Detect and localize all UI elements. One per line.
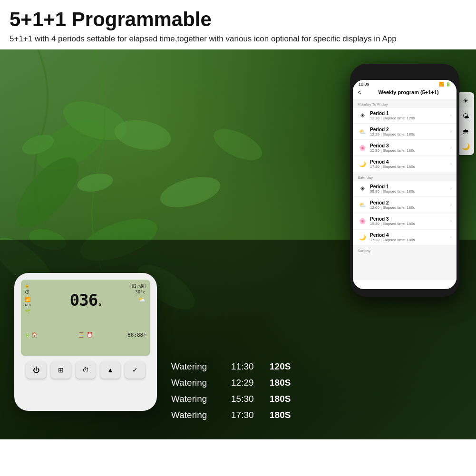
clock-icon: ⏰ (87, 332, 93, 338)
screen-bottom-left: 🔋 🏠 (25, 318, 65, 352)
timer-button[interactable]: ⏱ (76, 361, 96, 379)
period-arrow-4: › (450, 161, 452, 166)
phone-signal-icons: 📶 🔋 (439, 82, 451, 87)
watering-time-3: 15:30 (231, 394, 262, 404)
icon-strip-sun: ☀ (459, 94, 472, 107)
watering-label-3: Watering (171, 394, 223, 404)
watering-time-4: 17:30 (231, 410, 262, 420)
period-item[interactable]: ☀ Period 1 11:30 | Elapsed time: 120s › (353, 108, 457, 124)
icon-strip: ☀ 🌤 🌧 🌙 (457, 92, 474, 155)
svg-point-7 (209, 123, 267, 166)
display-unit-s: s (98, 301, 101, 307)
phone: 10:09 📶 🔋 < Weekly program (5+1+1) Monda… (350, 64, 459, 297)
screen-bottom-right: 88:88 h (107, 318, 146, 352)
watering-label-2: Watering (171, 378, 223, 388)
watering-info: Watering 11:30 120S Watering 12:29 180S … (171, 361, 304, 420)
sat-icon-2: ⛅ (358, 200, 367, 210)
svg-point-12 (76, 171, 114, 194)
home-icon: 🏠 (31, 332, 38, 338)
wifi-icon: 📶 (25, 297, 65, 302)
grid-button[interactable]: ⊞ (51, 361, 71, 379)
sat-period-3[interactable]: 🌸 Period 3 15:30 | Elapsed time: 180s › (353, 214, 457, 229)
ab-label: A+B (25, 303, 65, 307)
period-item-2[interactable]: ⛅ Period 2 12:29 | Elapsed time: 180s › (353, 124, 457, 140)
sat-period-2[interactable]: ⛅ Period 2 12:00 | Elapsed time: 180s › (353, 197, 457, 213)
humidity-display: 62 %RH (132, 284, 146, 289)
display-number: 036 (70, 291, 97, 310)
sat-arrow-1: › (450, 186, 452, 191)
screen-bottom-center: ⏳ ⏰ (66, 318, 106, 352)
page-title: 5+1+1 Programmable (10, 9, 466, 30)
period-item-3[interactable]: 🌸 Period 3 15:30 | Elapsed time: 180s › (353, 140, 457, 156)
plant-icon: 🌱 (25, 309, 65, 314)
period-text-3: Period 3 15:30 | Elapsed time: 180s (370, 143, 447, 153)
watering-duration-3: 180S (270, 394, 291, 404)
check-button[interactable]: ✓ (125, 361, 145, 379)
section-saturday: Saturday (353, 173, 457, 181)
watering-time-1: 11:30 (231, 361, 262, 372)
device-screen: 🔒 ⏱ 📶 A+B 🌱 036 s 62 %RH 30°c (21, 280, 150, 356)
sat-icon-4: 🌙 (358, 233, 367, 242)
sat-arrow-3: › (450, 218, 452, 223)
period-icon-4: 🌙 (358, 159, 367, 169)
period-text-4: Period 4 17:30 | Elapsed time: 180s (370, 159, 447, 169)
device-buttons: ⏻ ⊞ ⏱ ▲ ✓ (21, 356, 150, 380)
watering-label-1: Watering (171, 361, 223, 372)
watering-duration-2: 180S (270, 378, 291, 388)
watering-row-3: Watering 15:30 180S (171, 394, 304, 404)
sat-icon-1: ☀ (358, 184, 367, 194)
section-monday-friday: Monday To Friday (353, 99, 457, 107)
icon-strip-moon: 🌙 (459, 140, 472, 153)
time-unit: h (144, 333, 146, 337)
period-icon-2: ⛅ (358, 127, 367, 136)
top-section: 5+1+1 Programmable 5+1+1 with 4 periods … (0, 0, 476, 49)
period-arrow-3: › (450, 145, 452, 150)
watering-row-4: Watering 17:30 180S (171, 410, 304, 420)
period-item-4[interactable]: 🌙 Period 4 17:30 | Elapsed time: 180s › (353, 156, 457, 172)
phone-time: 10:09 (359, 82, 369, 87)
screen-center: 036 s (66, 283, 106, 317)
sat-icon-3: 🌸 (358, 216, 367, 226)
period-text-1: Period 1 11:30 | Elapsed time: 120s (370, 111, 447, 120)
power-button[interactable]: ⏻ (26, 361, 46, 379)
sat-period-1[interactable]: ☀ Period 1 09:30 | Elapsed time: 180s › (353, 181, 457, 197)
back-button[interactable]: < (358, 88, 361, 96)
page-subtitle: 5+1+1 with 4 periods settable for elapse… (10, 33, 466, 45)
phone-notch (386, 69, 424, 78)
device-container: 🔒 ⏱ 📶 A+B 🌱 036 s 62 %RH 30°c (14, 273, 166, 420)
watering-row-2: Watering 12:29 180S (171, 378, 304, 388)
icon-strip-rain: 🌧 (459, 125, 472, 138)
hourglass-icon: ⏳ (78, 332, 85, 338)
screen-top-left: 🔒 ⏱ 📶 A+B 🌱 (25, 283, 65, 317)
watering-time-2: 12:29 (231, 378, 262, 388)
period-icon-3: 🌸 (358, 143, 367, 153)
battery-icon: 🔋 (25, 332, 30, 337)
sat-arrow-2: › (450, 202, 452, 207)
watering-duration-4: 180S (270, 410, 291, 420)
icon-strip-partcloud: 🌤 (459, 109, 472, 123)
phone-content[interactable]: Monday To Friday ☀ Period 1 11:30 | Elap… (353, 99, 457, 280)
watering-label-4: Watering (171, 410, 223, 420)
watering-duration-1: 120S (270, 361, 291, 372)
phone-screen-title: Weekly program (5+1+1) (365, 89, 452, 95)
sat-period-4[interactable]: 🌙 Period 4 17:30 | Elapsed time: 180s › (353, 230, 457, 245)
period-arrow-2: › (450, 129, 452, 134)
period-icon-1: ☀ (358, 111, 367, 120)
timer-icon: ⏱ (25, 289, 65, 295)
lock-icon: 🔒 (25, 283, 65, 288)
sat-text-3: Period 3 15:30 | Elapsed time: 180s (370, 216, 447, 226)
period-arrow-1: › (450, 113, 452, 118)
phone-screen: 10:09 📶 🔋 < Weekly program (5+1+1) Monda… (353, 80, 457, 289)
svg-point-6 (157, 171, 223, 213)
phone-status-bar: 10:09 📶 🔋 (353, 80, 457, 87)
section-sunday: Sunday (353, 246, 457, 254)
sat-text-2: Period 2 12:00 | Elapsed time: 180s (370, 200, 447, 210)
temp-display: 30°c (135, 290, 146, 294)
watering-row-1: Watering 11:30 120S (171, 361, 304, 372)
sat-arrow-4: › (450, 234, 452, 240)
up-button[interactable]: ▲ (100, 361, 120, 379)
sat-text-1: Period 1 09:30 | Elapsed time: 180s (370, 184, 447, 194)
time-display: 88:88 (127, 332, 143, 338)
phone-header: < Weekly program (5+1+1) (353, 87, 457, 99)
phone-container: ☀ 🌤 🌧 🌙 10:09 📶 🔋 < Weekly program (5+1+… (343, 64, 466, 311)
